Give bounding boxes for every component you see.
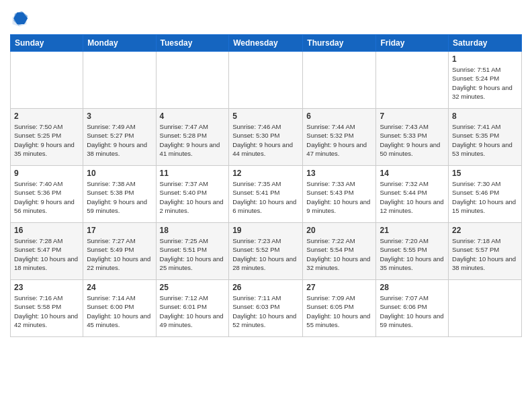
day-info: Sunrise: 7:32 AM Sunset: 5:44 PM Dayligh…	[380, 179, 445, 215]
calendar-cell: 8Sunrise: 7:41 AM Sunset: 5:35 PM Daylig…	[449, 109, 522, 166]
day-number: 4	[160, 111, 226, 121]
calendar-cell: 28Sunrise: 7:07 AM Sunset: 6:06 PM Dayli…	[376, 280, 449, 337]
day-number: 2	[14, 111, 79, 121]
day-number: 28	[380, 283, 445, 292]
day-info: Sunrise: 7:51 AM Sunset: 5:24 PM Dayligh…	[452, 65, 518, 101]
calendar-cell: 24Sunrise: 7:14 AM Sunset: 6:00 PM Dayli…	[83, 280, 156, 337]
day-number: 22	[452, 226, 518, 235]
calendar-cell: 16Sunrise: 7:28 AM Sunset: 5:47 PM Dayli…	[11, 223, 83, 280]
day-number: 23	[14, 283, 79, 292]
day-number: 8	[452, 111, 518, 121]
day-number: 21	[380, 226, 445, 235]
calendar-cell: 25Sunrise: 7:12 AM Sunset: 6:01 PM Dayli…	[156, 280, 229, 337]
day-number: 7	[380, 111, 445, 121]
day-info: Sunrise: 7:27 AM Sunset: 5:49 PM Dayligh…	[87, 236, 152, 272]
day-number: 15	[452, 169, 518, 178]
day-number: 3	[87, 111, 152, 121]
day-info: Sunrise: 7:09 AM Sunset: 6:05 PM Dayligh…	[306, 293, 372, 329]
calendar-cell: 1Sunrise: 7:51 AM Sunset: 5:24 PM Daylig…	[449, 52, 522, 109]
calendar-cell: 5Sunrise: 7:46 AM Sunset: 5:30 PM Daylig…	[229, 109, 303, 166]
day-info: Sunrise: 7:12 AM Sunset: 6:01 PM Dayligh…	[160, 293, 226, 329]
calendar-cell: 17Sunrise: 7:27 AM Sunset: 5:49 PM Dayli…	[83, 223, 156, 280]
weekday-header-sunday: Sunday	[11, 35, 83, 52]
calendar-cell: 3Sunrise: 7:49 AM Sunset: 5:27 PM Daylig…	[83, 109, 156, 166]
weekday-header-wednesday: Wednesday	[229, 35, 303, 52]
calendar-cell: 11Sunrise: 7:37 AM Sunset: 5:40 PM Dayli…	[156, 166, 229, 223]
day-number: 26	[232, 283, 299, 292]
calendar-cell: 23Sunrise: 7:16 AM Sunset: 5:58 PM Dayli…	[11, 280, 83, 337]
calendar-header: SundayMondayTuesdayWednesdayThursdayFrid…	[11, 35, 522, 52]
day-number: 6	[306, 111, 372, 121]
weekday-header-thursday: Thursday	[303, 35, 376, 52]
calendar-cell	[156, 52, 229, 109]
day-number: 27	[306, 283, 372, 292]
calendar-cell: 19Sunrise: 7:23 AM Sunset: 5:52 PM Dayli…	[229, 223, 303, 280]
day-info: Sunrise: 7:50 AM Sunset: 5:25 PM Dayligh…	[14, 122, 79, 158]
day-info: Sunrise: 7:18 AM Sunset: 5:57 PM Dayligh…	[452, 236, 518, 272]
day-info: Sunrise: 7:20 AM Sunset: 5:55 PM Dayligh…	[380, 236, 445, 272]
weekday-header-tuesday: Tuesday	[156, 35, 229, 52]
calendar-cell: 18Sunrise: 7:25 AM Sunset: 5:51 PM Dayli…	[156, 223, 229, 280]
day-info: Sunrise: 7:25 AM Sunset: 5:51 PM Dayligh…	[160, 236, 226, 272]
header	[10, 7, 522, 29]
day-number: 5	[232, 111, 299, 121]
weekday-header-saturday: Saturday	[449, 35, 522, 52]
calendar-cell: 26Sunrise: 7:11 AM Sunset: 6:03 PM Dayli…	[229, 280, 303, 337]
calendar-cell: 15Sunrise: 7:30 AM Sunset: 5:46 PM Dayli…	[449, 166, 522, 223]
day-number: 16	[14, 226, 79, 235]
day-info: Sunrise: 7:16 AM Sunset: 5:58 PM Dayligh…	[14, 293, 79, 329]
day-info: Sunrise: 7:40 AM Sunset: 5:36 PM Dayligh…	[14, 179, 79, 215]
day-info: Sunrise: 7:11 AM Sunset: 6:03 PM Dayligh…	[232, 293, 299, 329]
calendar-cell	[449, 280, 522, 337]
calendar-cell: 12Sunrise: 7:35 AM Sunset: 5:41 PM Dayli…	[229, 166, 303, 223]
day-info: Sunrise: 7:38 AM Sunset: 5:38 PM Dayligh…	[87, 179, 152, 215]
day-info: Sunrise: 7:47 AM Sunset: 5:28 PM Dayligh…	[160, 122, 226, 158]
calendar-cell: 21Sunrise: 7:20 AM Sunset: 5:55 PM Dayli…	[376, 223, 449, 280]
calendar-cell: 10Sunrise: 7:38 AM Sunset: 5:38 PM Dayli…	[83, 166, 156, 223]
calendar-cell	[229, 52, 303, 109]
calendar-week-row: 9Sunrise: 7:40 AM Sunset: 5:36 PM Daylig…	[11, 166, 522, 223]
day-number: 24	[87, 283, 152, 292]
day-number: 18	[160, 226, 226, 235]
day-number: 13	[306, 169, 372, 178]
day-info: Sunrise: 7:23 AM Sunset: 5:52 PM Dayligh…	[232, 236, 299, 272]
day-info: Sunrise: 7:14 AM Sunset: 6:00 PM Dayligh…	[87, 293, 152, 329]
calendar: SundayMondayTuesdayWednesdayThursdayFrid…	[10, 34, 522, 337]
day-info: Sunrise: 7:28 AM Sunset: 5:47 PM Dayligh…	[14, 236, 79, 272]
day-number: 19	[232, 226, 299, 235]
day-info: Sunrise: 7:43 AM Sunset: 5:33 PM Dayligh…	[380, 122, 445, 158]
day-info: Sunrise: 7:30 AM Sunset: 5:46 PM Dayligh…	[452, 179, 518, 215]
calendar-cell: 2Sunrise: 7:50 AM Sunset: 5:25 PM Daylig…	[11, 109, 83, 166]
day-number: 9	[14, 169, 79, 178]
calendar-cell	[83, 52, 156, 109]
day-info: Sunrise: 7:37 AM Sunset: 5:40 PM Dayligh…	[160, 179, 226, 215]
calendar-cell: 27Sunrise: 7:09 AM Sunset: 6:05 PM Dayli…	[303, 280, 376, 337]
day-number: 17	[87, 226, 152, 235]
calendar-cell: 4Sunrise: 7:47 AM Sunset: 5:28 PM Daylig…	[156, 109, 229, 166]
weekday-header-row: SundayMondayTuesdayWednesdayThursdayFrid…	[11, 35, 522, 52]
calendar-week-row: 1Sunrise: 7:51 AM Sunset: 5:24 PM Daylig…	[11, 52, 522, 109]
calendar-cell: 22Sunrise: 7:18 AM Sunset: 5:57 PM Dayli…	[449, 223, 522, 280]
calendar-cell: 20Sunrise: 7:22 AM Sunset: 5:54 PM Dayli…	[303, 223, 376, 280]
calendar-cell: 6Sunrise: 7:44 AM Sunset: 5:32 PM Daylig…	[303, 109, 376, 166]
weekday-header-monday: Monday	[83, 35, 156, 52]
day-info: Sunrise: 7:49 AM Sunset: 5:27 PM Dayligh…	[87, 122, 152, 158]
day-number: 11	[160, 169, 226, 178]
calendar-cell: 13Sunrise: 7:33 AM Sunset: 5:43 PM Dayli…	[303, 166, 376, 223]
logo-icon	[10, 10, 29, 29]
day-info: Sunrise: 7:35 AM Sunset: 5:41 PM Dayligh…	[232, 179, 299, 215]
day-info: Sunrise: 7:41 AM Sunset: 5:35 PM Dayligh…	[452, 122, 518, 158]
day-info: Sunrise: 7:46 AM Sunset: 5:30 PM Dayligh…	[232, 122, 299, 158]
calendar-cell: 14Sunrise: 7:32 AM Sunset: 5:44 PM Dayli…	[376, 166, 449, 223]
calendar-cell: 9Sunrise: 7:40 AM Sunset: 5:36 PM Daylig…	[11, 166, 83, 223]
logo	[10, 10, 32, 29]
weekday-header-friday: Friday	[376, 35, 449, 52]
calendar-week-row: 23Sunrise: 7:16 AM Sunset: 5:58 PM Dayli…	[11, 280, 522, 337]
calendar-week-row: 16Sunrise: 7:28 AM Sunset: 5:47 PM Dayli…	[11, 223, 522, 280]
calendar-cell	[11, 52, 83, 109]
day-info: Sunrise: 7:22 AM Sunset: 5:54 PM Dayligh…	[306, 236, 372, 272]
calendar-week-row: 2Sunrise: 7:50 AM Sunset: 5:25 PM Daylig…	[11, 109, 522, 166]
calendar-body: 1Sunrise: 7:51 AM Sunset: 5:24 PM Daylig…	[11, 52, 522, 337]
day-info: Sunrise: 7:33 AM Sunset: 5:43 PM Dayligh…	[306, 179, 372, 215]
calendar-cell	[303, 52, 376, 109]
